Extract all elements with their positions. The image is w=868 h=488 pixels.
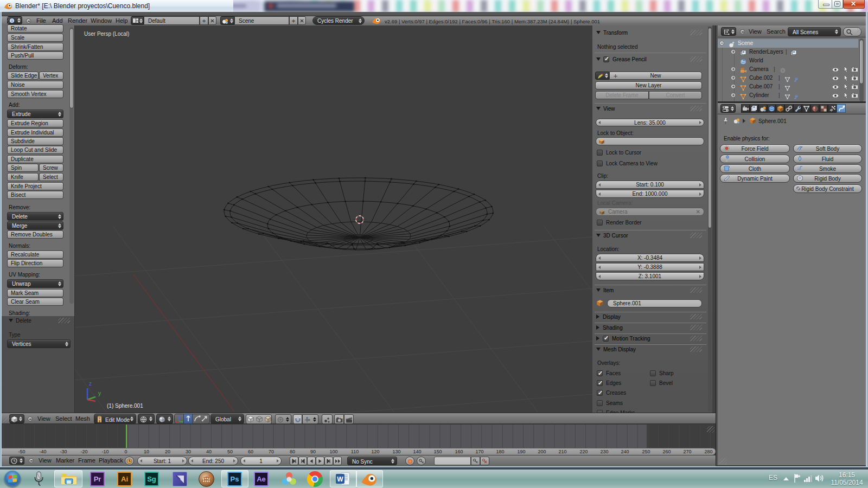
svg-text:y: y	[98, 390, 101, 396]
svg-text:0: 0	[124, 449, 127, 454]
svg-text:50: 50	[227, 449, 233, 454]
svg-text:User Persp (Local): User Persp (Local)	[84, 31, 129, 37]
svg-text:(1) Sphere.001: (1) Sphere.001	[107, 403, 143, 409]
svg-text:W: W	[337, 476, 343, 483]
svg-text:110: 110	[351, 449, 359, 454]
svg-text:200: 200	[538, 449, 546, 454]
svg-text:130: 130	[392, 449, 400, 454]
svg-text:30: 30	[186, 449, 191, 454]
svg-text:280: 280	[704, 449, 712, 454]
svg-text:100: 100	[329, 449, 337, 454]
svg-text:140: 140	[413, 449, 421, 454]
svg-text:60: 60	[248, 449, 253, 454]
svg-text:220: 220	[579, 449, 588, 454]
svg-text:20: 20	[165, 449, 170, 454]
svg-text:90: 90	[310, 449, 316, 454]
svg-text:270: 270	[683, 449, 691, 454]
svg-text:40: 40	[206, 449, 212, 454]
svg-text:80: 80	[290, 449, 295, 454]
svg-text:z: z	[89, 381, 92, 387]
svg-text:70: 70	[269, 449, 274, 454]
svg-text:-10: -10	[101, 449, 108, 454]
svg-text:210: 210	[558, 449, 566, 454]
svg-text:260: 260	[662, 449, 671, 454]
svg-text:240: 240	[621, 449, 629, 454]
svg-text:180: 180	[496, 449, 504, 454]
svg-text:-20: -20	[80, 449, 87, 454]
svg-text:160: 160	[455, 449, 463, 454]
svg-text:250: 250	[642, 449, 650, 454]
svg-text:190: 190	[517, 449, 525, 454]
svg-text:10: 10	[144, 449, 149, 454]
svg-text:120: 120	[371, 449, 379, 454]
svg-text:-40: -40	[39, 449, 46, 454]
svg-text:-50: -50	[18, 449, 25, 454]
svg-text:150: 150	[433, 449, 442, 454]
svg-text:170: 170	[475, 449, 483, 454]
svg-text:-30: -30	[60, 449, 67, 454]
svg-text:230: 230	[600, 449, 608, 454]
